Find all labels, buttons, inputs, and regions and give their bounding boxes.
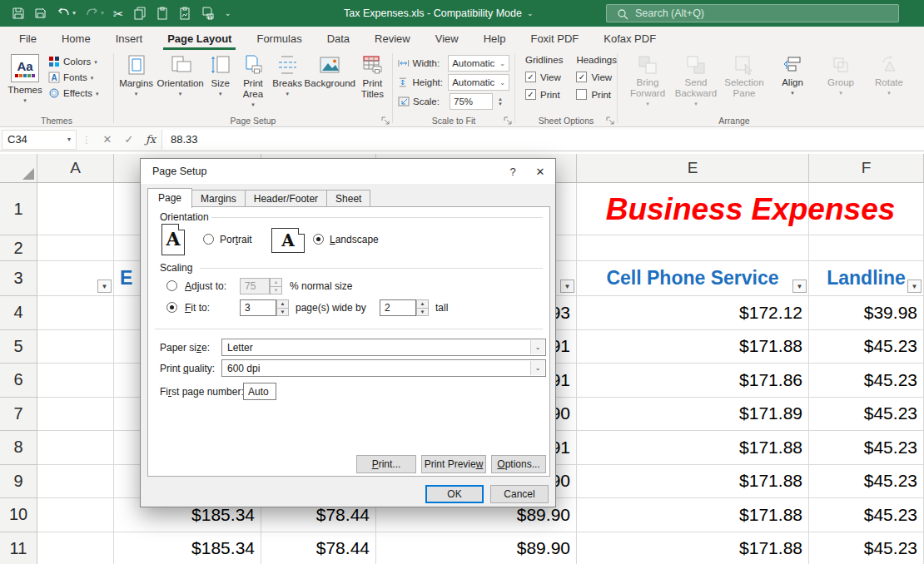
- row-header-3[interactable]: 3: [0, 261, 37, 296]
- breaks-button[interactable]: Breaks▾: [271, 52, 304, 97]
- col-header-E[interactable]: E: [577, 154, 809, 183]
- save-button[interactable]: [12, 7, 25, 20]
- row-header-1[interactable]: 1: [0, 183, 37, 235]
- print-quality-dropdown-icon[interactable]: ⌄: [530, 361, 544, 375]
- first-page-input[interactable]: Auto: [243, 383, 276, 400]
- cell-A7[interactable]: [37, 398, 114, 432]
- cell-F9[interactable]: $45.23: [809, 465, 924, 499]
- cell-E4[interactable]: $172.12: [577, 296, 809, 330]
- ribbon-tab-file[interactable]: File: [7, 27, 49, 50]
- filter-button-D3[interactable]: ▼: [560, 280, 574, 293]
- cell-C11[interactable]: $78.44: [261, 532, 376, 564]
- ribbon-tab-foxit-pdf[interactable]: Foxit PDF: [518, 27, 591, 50]
- row-header-4[interactable]: 4: [0, 296, 37, 330]
- fit-to-radio[interactable]: [166, 302, 177, 313]
- save-as-button[interactable]: [34, 7, 47, 20]
- row-header-7[interactable]: 7: [0, 398, 37, 432]
- ribbon-tab-data[interactable]: Data: [315, 27, 362, 50]
- cell-A3[interactable]: ▼: [37, 261, 114, 296]
- ribbon-tab-insert[interactable]: Insert: [103, 27, 156, 50]
- quick-print-button[interactable]: [201, 7, 214, 20]
- cell-A4[interactable]: [37, 296, 114, 330]
- cell-F8[interactable]: $45.23: [809, 431, 924, 465]
- cell-A10[interactable]: [37, 498, 114, 532]
- dialog-close-button[interactable]: ✕: [527, 159, 554, 184]
- background-button[interactable]: Background: [304, 52, 356, 89]
- print-preview-button[interactable]: Print Preview: [421, 455, 486, 473]
- row-header-11[interactable]: 11: [0, 532, 37, 564]
- row-header-10[interactable]: 10: [0, 498, 37, 532]
- cell-E11[interactable]: $171.88: [577, 532, 809, 564]
- redo-button[interactable]: ▾: [85, 7, 104, 20]
- fit-to-label[interactable]: Fit to:: [185, 302, 210, 314]
- row-header-2[interactable]: 2: [0, 235, 37, 261]
- colors-button[interactable]: Colors▾: [48, 56, 98, 67]
- select-all-corner[interactable]: [0, 154, 37, 183]
- adjust-to-spinner[interactable]: ▲▼: [270, 278, 282, 294]
- paper-size-dropdown-icon[interactable]: ⌄: [530, 340, 544, 354]
- cell-E9[interactable]: $171.88: [577, 465, 809, 499]
- cell-A6[interactable]: [37, 364, 114, 398]
- ribbon-tab-review[interactable]: Review: [362, 27, 423, 50]
- undo-button[interactable]: ▾: [57, 7, 76, 20]
- formula-input[interactable]: 88.33: [161, 130, 924, 150]
- fit-tall-input[interactable]: 2: [380, 299, 416, 316]
- cell-F10[interactable]: $45.23: [809, 498, 924, 532]
- cell-F7[interactable]: $45.23: [809, 398, 924, 432]
- paper-size-combo[interactable]: Letter⌄: [221, 339, 546, 356]
- align-button[interactable]: Align▾: [769, 52, 816, 96]
- dialog-tab-header-footer[interactable]: Header/Footer: [245, 190, 327, 207]
- sheet-options-dialog-launcher[interactable]: [606, 116, 614, 125]
- gridlines-view-checkbox[interactable]: View: [525, 69, 563, 85]
- cell-E2[interactable]: [577, 235, 809, 261]
- print-button[interactable]: Print...: [356, 455, 416, 473]
- cell-A11[interactable]: [37, 532, 114, 564]
- orientation-button[interactable]: Orientation▾: [155, 52, 206, 97]
- dialog-tab-margins[interactable]: Margins: [191, 190, 246, 207]
- portrait-label[interactable]: Portrait: [220, 234, 252, 245]
- filter-button-A3[interactable]: ▼: [97, 280, 112, 293]
- themes-button[interactable]: Aa Themes ▾: [3, 52, 47, 104]
- adjust-to-radio[interactable]: [166, 280, 177, 291]
- cut-button[interactable]: ✂: [113, 7, 124, 20]
- paste-button[interactable]: [156, 7, 169, 20]
- ribbon-tab-page-layout[interactable]: Page Layout: [155, 27, 244, 50]
- cell-F2[interactable]: [809, 235, 924, 261]
- dialog-help-button[interactable]: ?: [500, 159, 525, 184]
- portrait-radio[interactable]: [203, 234, 214, 245]
- adjust-to-label[interactable]: Adjust to:: [185, 280, 226, 292]
- dialog-tab-sheet[interactable]: Sheet: [326, 190, 370, 207]
- cell-D11[interactable]: $89.90: [376, 532, 577, 564]
- customize-qat-button[interactable]: ⌄: [223, 9, 231, 17]
- cell-F4[interactable]: $39.98: [809, 296, 924, 330]
- row-header-8[interactable]: 8: [0, 431, 37, 465]
- headings-view-checkbox[interactable]: View: [576, 69, 617, 85]
- height-combo[interactable]: Automatic⌄: [448, 74, 509, 91]
- cell-F6[interactable]: $45.23: [809, 364, 924, 398]
- row-header-5[interactable]: 5: [0, 330, 37, 364]
- headings-print-checkbox[interactable]: Print: [576, 87, 617, 102]
- fit-wide-input[interactable]: 3: [240, 299, 276, 316]
- search-box[interactable]: Search (Alt+Q): [606, 4, 899, 22]
- col-header-A[interactable]: A: [37, 154, 114, 183]
- cell-A5[interactable]: [37, 330, 114, 364]
- insert-function-button[interactable]: ƒx: [140, 133, 161, 146]
- cell-E8[interactable]: $171.88: [577, 431, 809, 465]
- name-box[interactable]: C34▾: [2, 130, 77, 150]
- scale-to-fit-dialog-launcher[interactable]: [504, 116, 512, 125]
- cancel-button[interactable]: Cancel: [490, 485, 549, 503]
- options-button[interactable]: Options...: [491, 455, 546, 473]
- cell-F3[interactable]: Landline▼: [809, 261, 924, 296]
- filter-button-E3[interactable]: ▼: [792, 280, 807, 293]
- page-setup-dialog-launcher[interactable]: [381, 116, 390, 125]
- fonts-button[interactable]: A Fonts▾: [48, 72, 98, 83]
- col-header-F[interactable]: F: [809, 154, 924, 183]
- print-quality-combo[interactable]: 600 dpi⌄: [221, 359, 546, 377]
- scale-spinner[interactable]: ▲▼: [498, 96, 503, 106]
- cell-E7[interactable]: $171.89: [577, 398, 809, 432]
- copy-button[interactable]: [133, 7, 147, 20]
- landscape-label[interactable]: Landscape: [330, 234, 379, 245]
- scale-value-input[interactable]: 75%: [450, 93, 493, 110]
- cell-F11[interactable]: $45.23: [809, 532, 924, 564]
- row-header-6[interactable]: 6: [0, 364, 37, 398]
